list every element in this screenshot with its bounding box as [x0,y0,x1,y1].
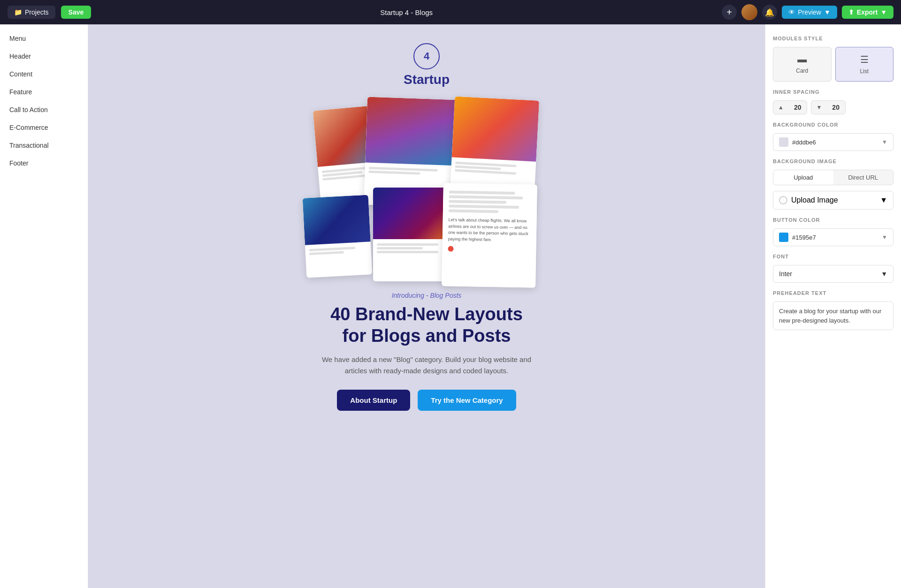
list-style-button[interactable]: ☰ List [835,47,894,82]
spacing-row: ▲ 20 ▼ 20 [773,100,893,114]
button-color-picker[interactable]: #1595e7 ▼ [773,228,893,246]
spacing-down-button[interactable]: ▼ [811,101,826,113]
spacing-left-value: 20 [788,101,807,114]
sidebar-item-menu[interactable]: Menu [0,30,88,47]
section-intro: Introducing - Blog Posts [392,292,462,299]
button-color-value: #1595e7 [792,234,816,241]
collage-line [377,247,423,249]
collage-line [455,169,516,175]
startup-logo: 4 Startup [404,43,450,87]
preview-label: Preview [798,8,821,16]
spacing-up-button[interactable]: ▲ [773,101,788,113]
collage-line [309,251,344,255]
startup-number-circle: 4 [413,43,440,69]
main-layout: Menu Header Content Feature Call to Acti… [0,24,901,588]
canvas-content: 4 Startup [201,43,652,411]
collage-card-6: Let's talk about cheap flights. We all k… [442,183,537,288]
card-label: Card [796,68,808,74]
card-style-icon: ▬ [797,54,807,65]
chevron-down-export-icon: ▼ [880,8,887,16]
spacing-left-control: ▲ 20 [773,100,807,114]
list-label: List [860,68,869,75]
add-button[interactable]: + [722,5,737,20]
collage-line [377,243,438,246]
bg-color-left: #dddbe6 [779,137,816,147]
section-buttons: About Startup Try the New Category [337,390,516,411]
folder-icon: 📁 [14,8,22,16]
sidebar-item-ecommerce[interactable]: E-Commerce [0,119,88,136]
sidebar: Menu Header Content Feature Call to Acti… [0,24,88,588]
bg-image-tabs: Upload Direct URL [773,170,893,185]
bg-color-value: #dddbe6 [792,139,816,146]
export-label: Export [857,8,878,16]
chevron-down-icon: ▼ [824,8,831,16]
try-new-category-button[interactable]: Try the New Category [418,390,516,411]
topbar-right: + 🔔 👁 Preview ▼ ⬆ Export ▼ [722,4,893,20]
preview-button[interactable]: 👁 Preview ▼ [782,6,837,19]
topbar: 📁 Projects Save Startup 4 - Blogs + 🔔 👁 … [0,0,901,24]
sidebar-item-footer[interactable]: Footer [0,155,88,172]
topbar-left: 📁 Projects Save [8,6,91,19]
upload-image-dropdown[interactable]: Upload Image ▼ [773,191,893,210]
card-style-button[interactable]: ▬ Card [773,47,832,82]
avatar-image [741,4,757,20]
preheader-text: Create a blog for your startup with our … [779,308,881,324]
button-color-swatch [779,233,788,242]
canvas: 4 Startup [88,24,765,588]
chevron-down-upload-icon: ▼ [880,196,887,204]
sidebar-item-call-to-action[interactable]: Call to Action [0,101,88,118]
preheader-title: PREHEADER TEXT [773,290,893,296]
projects-button[interactable]: 📁 Projects [8,6,55,19]
sidebar-item-header[interactable]: Header [0,48,88,65]
collage-line [309,247,355,251]
bg-color-swatch [779,137,788,147]
about-startup-button[interactable]: About Startup [337,390,410,411]
right-panel: MODULES STYLE ▬ Card ☰ List INNER SPACIN… [765,24,901,588]
eye-icon: 👁 [788,8,795,16]
button-color-left: #1595e7 [779,233,816,242]
section-heading: 40 Brand-New Layouts for Blogs and Posts [330,304,523,347]
bg-image-title: BACKGROUND IMAGE [773,158,893,164]
spacing-right-value: 20 [826,101,845,114]
projects-label: Projects [25,8,49,16]
chevron-down-font-icon: ▼ [881,270,887,278]
topbar-center: Startup 4 - Blogs [380,8,433,16]
sidebar-item-feature[interactable]: Feature [0,83,88,100]
collage-card-4 [303,195,373,278]
collage-line [377,251,438,253]
save-button[interactable]: Save [61,6,92,19]
font-value: Inter [779,270,792,278]
upload-left: Upload Image [779,196,838,204]
chevron-down-bg-icon: ▼ [882,139,887,145]
upload-image-label: Upload Image [791,196,838,204]
list-style-icon: ☰ [860,54,869,65]
collage-line [368,171,420,175]
export-button[interactable]: ⬆ Export ▼ [842,6,893,19]
spacing-right-control: ▼ 20 [811,100,845,114]
modules-style-title: MODULES STYLE [773,36,893,41]
notifications-button[interactable]: 🔔 [762,5,777,20]
heading-line2: for Blogs and Posts [343,326,511,346]
startup-name: Startup [404,72,450,87]
avatar [741,4,757,20]
bg-color-title: BACKGROUND COLOR [773,122,893,128]
startup-number: 4 [424,50,429,62]
module-style-row: ▬ Card ☰ List [773,47,893,82]
blog-collage: Let's talk about cheap flights. We all k… [305,98,549,277]
export-icon: ⬆ [848,8,854,16]
preheader-text-box[interactable]: Create a blog for your startup with our … [773,302,893,330]
section-description: We have added a new "Blog" category. Bui… [314,354,539,377]
upload-tab[interactable]: Upload [773,170,833,185]
font-title: FONT [773,254,893,259]
heading-line1: 40 Brand-New Layouts [330,304,523,324]
button-color-title: BUTTON COLOR [773,217,893,223]
bg-color-picker[interactable]: #dddbe6 ▼ [773,133,893,151]
inner-spacing-title: INNER SPACING [773,89,893,95]
direct-url-tab[interactable]: Direct URL [833,170,893,185]
font-selector[interactable]: Inter ▼ [773,265,893,283]
sidebar-item-transactional[interactable]: Transactional [0,137,88,154]
upload-circle-icon [779,196,787,204]
chevron-down-btn-icon: ▼ [882,234,887,241]
page-title: Startup 4 - Blogs [380,8,433,16]
sidebar-item-content[interactable]: Content [0,66,88,83]
